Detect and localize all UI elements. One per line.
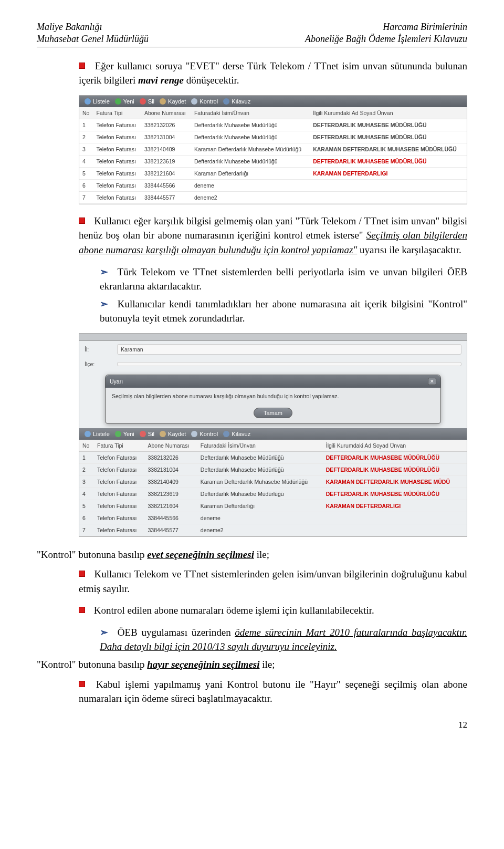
grid1-row[interactable]: 7Telefon Faturası3384445577deneme2	[79, 191, 467, 203]
grid1-row[interactable]: 6Telefon Faturası3384445566deneme	[79, 179, 467, 191]
grid2-cell-fatura: Telefon Faturası	[94, 463, 144, 475]
grid2-cell-isim: Karaman Defterdarlık Muhasebe Müdürlüğü	[197, 475, 323, 488]
close-icon[interactable]: ✕	[428, 378, 436, 385]
delete-icon	[140, 98, 146, 105]
grid2-row[interactable]: 2Telefon Faturası3382131004Defterdarlık …	[79, 463, 467, 475]
check-icon	[191, 98, 197, 105]
yeni-button[interactable]: Yeni	[115, 98, 134, 105]
delete-icon	[140, 431, 146, 437]
il-value[interactable]: Karaman	[117, 344, 461, 355]
save-icon	[160, 431, 166, 437]
grid1-cell-fatura: Telefon Faturası	[93, 167, 141, 179]
grid1-cell-isim: Defterdarlık Muhasebe Müdürlüğü	[191, 155, 310, 167]
grid2-cell-ilgili: DEFTERDARLIK MUHASEBE MÜDÜRLÜĞÜ	[323, 463, 467, 475]
sub2-text: Kullanıcılar kendi tanımladıkları her ab…	[100, 298, 467, 324]
grid2-row[interactable]: 7Telefon Faturası3384445577deneme2	[79, 524, 467, 536]
grid2-row[interactable]: 4Telefon Faturası3382123619Defterdarlık …	[79, 488, 467, 500]
grid1-h-abone: Abone Numarası	[141, 107, 191, 119]
grid2-h-isim: Faturadaki İsim/Ünvan	[197, 440, 323, 452]
il-row: İl: Karaman	[79, 341, 467, 358]
listele-button[interactable]: Listele	[85, 98, 110, 105]
grid1-cell-isim: deneme2	[191, 191, 310, 203]
kaydet-button[interactable]: Kaydet	[160, 431, 186, 437]
para1-em: mavi renge	[138, 75, 184, 86]
grid2-cell-abone: 3382132026	[145, 451, 197, 463]
kilavuz-button[interactable]: Kılavuz	[223, 98, 250, 105]
grid1-row[interactable]: 1Telefon Faturası3382132026Defterdarlık …	[79, 119, 467, 131]
header-left-line1: Maliye Bakanlığı	[37, 21, 149, 33]
kontrol-button[interactable]: Kontrol	[191, 431, 218, 437]
evet-bullet-2: Kontrol edilen abone numaraları ödeme iş…	[79, 603, 467, 618]
grid1-cell-ilgili: KARAMAN DEFTERDARLIGI	[310, 167, 467, 179]
page-number: 12	[37, 720, 467, 730]
grid1-cell-abone: 3382140409	[141, 143, 191, 155]
grid2-cell-isim: Karaman Defterdarlığı	[197, 500, 323, 512]
dialog-body: Seçilmiş olan bilgilerden abone numarası…	[106, 388, 440, 405]
il-label: İl:	[85, 346, 106, 353]
grid2-row[interactable]: 5Telefon Faturası3382121604Karaman Defte…	[79, 500, 467, 512]
toolbar-2: Listele Yeni Sil Kaydet Kontrol Kılavuz	[79, 428, 467, 440]
red-square-bullet-icon	[79, 63, 85, 69]
grid2-row[interactable]: 6Telefon Faturası3384445566deneme	[79, 512, 467, 524]
grid2-cell-ilgili: KARAMAN DEFTERDARLIK MUHASEBE MÜDÜ	[323, 475, 467, 488]
grid2-cell-fatura: Telefon Faturası	[94, 451, 144, 463]
grid1-row[interactable]: 4Telefon Faturası3382123619Defterdarlık …	[79, 155, 467, 167]
red-square-bullet-icon	[79, 218, 85, 224]
ilce-row: İlçe:	[79, 358, 467, 370]
list-icon	[85, 431, 91, 437]
grid1-cell-fatura: Telefon Faturası	[93, 131, 141, 143]
grid1-cell-no: 7	[79, 191, 93, 203]
grid1-cell-no: 1	[79, 119, 93, 131]
grid2-h-fatura: Fatura Tipi	[94, 440, 144, 452]
hayir-b1-text: Kabul işlemi yapılmamış yani Kontrol but…	[79, 679, 467, 705]
grid2-row[interactable]: 3Telefon Faturası3382140409Karaman Defte…	[79, 475, 467, 488]
grid1-cell-fatura: Telefon Faturası	[93, 119, 141, 131]
grid2-row[interactable]: 1Telefon Faturası3382132026Defterdarlık …	[79, 451, 467, 463]
screenshot-grid-1: Listele Yeni Sil Kaydet Kontrol Kılavuz …	[79, 95, 467, 204]
sil-button[interactable]: Sil	[140, 98, 154, 105]
para1-pre: Eğer kullanıcı soruya "EVET" derse Türk …	[79, 60, 467, 86]
kontrol-button[interactable]: Kontrol	[191, 98, 218, 105]
list-icon	[85, 98, 91, 105]
sub-bullet-2: ➣ Kullanıcılar kendi tanımladıkları her …	[100, 297, 467, 326]
save-icon	[160, 98, 166, 105]
grid1-cell-no: 2	[79, 131, 93, 143]
red-square-bullet-icon	[79, 571, 85, 577]
yeni-button[interactable]: Yeni	[115, 431, 134, 437]
grid1-row[interactable]: 5Telefon Faturası3382121604Karaman Defte…	[79, 167, 467, 179]
grid2-h-abone: Abone Numarası	[145, 440, 197, 452]
dialog-overlay: Uyarı ✕ Seçilmiş olan bilgilerden abone …	[79, 370, 467, 428]
grid1-cell-fatura: Telefon Faturası	[93, 191, 141, 203]
grid1-cell-abone: 3382123619	[141, 155, 191, 167]
help-icon	[223, 98, 229, 105]
grid2-cell-abone: 3384445566	[145, 512, 197, 524]
grid1-row[interactable]: 3Telefon Faturası3382140409Karaman Defte…	[79, 143, 467, 155]
sil-button[interactable]: Sil	[140, 431, 154, 437]
grid1-cell-isim: Defterdarlık Muhasebe Müdürlüğü	[191, 131, 310, 143]
grid-table-1: No Fatura Tipi Abone Numarası Faturadaki…	[79, 107, 467, 204]
grid2-cell-ilgili	[323, 512, 467, 524]
ilce-label: İlçe:	[85, 361, 106, 367]
grid1-row[interactable]: 2Telefon Faturası3382131004Defterdarlık …	[79, 131, 467, 143]
evet-pre: "Kontrol" butonuna basılıp	[37, 549, 147, 560]
red-square-bullet-icon	[79, 681, 85, 687]
grid1-h-isim: Faturadaki İsim/Ünvan	[191, 107, 310, 119]
ilce-value[interactable]	[117, 362, 461, 366]
sub1-text: Türk Telekom ve TTnet sistemlerden belli…	[100, 266, 467, 292]
grid2-cell-ilgili	[323, 524, 467, 536]
grid2-cell-no: 7	[79, 524, 94, 536]
grid2-cell-no: 3	[79, 475, 94, 488]
hayir-post: ile;	[262, 659, 275, 670]
kilavuz-button[interactable]: Kılavuz	[223, 431, 250, 437]
kaydet-button[interactable]: Kaydet	[160, 98, 186, 105]
evet-em: evet seçeneğinin seçilmesi	[147, 549, 254, 560]
hayir-pre: "Kontrol" butonuna basılıp	[37, 659, 147, 670]
grid1-h-ilgili: İlgili Kurumdaki Ad Soyad Ünvan	[310, 107, 467, 119]
grid2-head-row: No Fatura Tipi Abone Numarası Faturadaki…	[79, 440, 467, 452]
grid2-cell-isim: Defterdarlık Muhasebe Müdürlüğü	[197, 463, 323, 475]
tamam-button[interactable]: Tamam	[254, 408, 292, 418]
grid2-cell-fatura: Telefon Faturası	[94, 488, 144, 500]
grid2-cell-no: 6	[79, 512, 94, 524]
listele-button[interactable]: Listele	[85, 431, 110, 437]
grid1-cell-abone: 3384445577	[141, 191, 191, 203]
